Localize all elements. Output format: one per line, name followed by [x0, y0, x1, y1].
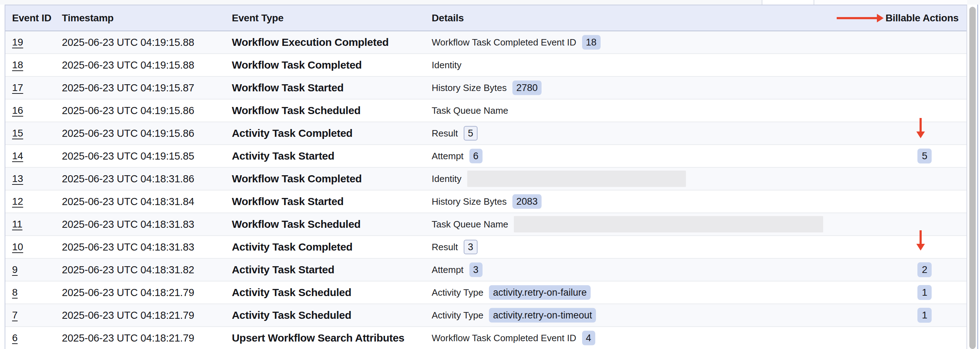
detail-label: Workflow Task Completed Event ID: [432, 37, 576, 48]
event-timestamp: 2025-06-23 UTC 04:19:15.86: [62, 128, 194, 139]
arrow-head: [916, 132, 925, 138]
detail-label: History Size Bytes: [432, 196, 507, 207]
detail-value-chip: 5: [464, 126, 477, 141]
event-id-link[interactable]: 8: [12, 287, 18, 298]
table-body: 19 2025-06-23 UTC 04:19:15.88 Workflow E…: [5, 31, 966, 349]
detail-value-chip: 2083: [512, 194, 542, 209]
detail-label: Workflow Task Completed Event ID: [432, 333, 576, 344]
top-strip-segment: [762, 0, 814, 5]
table-row[interactable]: 9 2025-06-23 UTC 04:18:31.82 Activity Ta…: [5, 259, 966, 281]
billable-actions-cell: 2: [917, 262, 932, 277]
billable-actions-badge: 1: [917, 285, 932, 300]
table-row[interactable]: 7 2025-06-23 UTC 04:18:21.79 Activity Ta…: [5, 304, 966, 327]
event-timestamp: 2025-06-23 UTC 04:18:21.79: [62, 332, 194, 344]
detail-value-chip: 3: [464, 240, 477, 254]
event-timestamp: 2025-06-23 UTC 04:19:15.88: [62, 36, 194, 48]
detail-value-chip: 6: [469, 149, 482, 163]
detail-label: Result: [432, 128, 458, 139]
column-header-event-id[interactable]: Event ID: [12, 13, 51, 24]
event-type: Upsert Workflow Search Attributes: [232, 332, 404, 344]
detail-value-chip: 3: [469, 263, 482, 277]
event-type: Activity Task Started: [232, 150, 334, 162]
detail-label: History Size Bytes: [432, 82, 507, 94]
table-row[interactable]: 13 2025-06-23 UTC 04:18:31.86 Workflow T…: [5, 168, 966, 190]
column-header-timestamp[interactable]: Timestamp: [62, 13, 114, 24]
event-id-link[interactable]: 6: [12, 332, 18, 344]
arrow-head: [916, 244, 925, 251]
event-type: Activity Task Scheduled: [232, 286, 351, 298]
event-id-link[interactable]: 16: [12, 105, 23, 116]
red-arrow-down-icon: [916, 118, 925, 138]
detail-label: Attempt: [432, 265, 464, 275]
event-id-link[interactable]: 14: [12, 150, 23, 162]
event-timestamp: 2025-06-23 UTC 04:18:31.86: [62, 173, 194, 185]
billable-actions-cell: 5: [917, 149, 932, 163]
vertical-scrollbar-thumb[interactable]: [969, 7, 976, 349]
event-details: Result 5: [432, 126, 477, 141]
event-type: Workflow Execution Completed: [232, 36, 389, 48]
event-timestamp: 2025-06-23 UTC 04:19:15.88: [62, 59, 194, 71]
event-details: Attempt 6: [432, 149, 482, 163]
detail-label: Task Queue Name: [432, 105, 508, 116]
event-id-link[interactable]: 9: [12, 264, 18, 275]
event-details: Identity: [432, 171, 686, 187]
table-row[interactable]: 12 2025-06-23 UTC 04:18:31.84 Workflow T…: [5, 190, 966, 213]
event-type: Workflow Task Scheduled: [232, 105, 361, 117]
event-type: Workflow Task Started: [232, 82, 344, 94]
detail-value-chip: 18: [582, 35, 601, 50]
event-id-link[interactable]: 12: [12, 196, 23, 207]
event-details: Activity Type activity.retry-on-timeout: [432, 308, 596, 323]
table-row[interactable]: 18 2025-06-23 UTC 04:19:15.88 Workflow T…: [5, 54, 966, 77]
event-type: Activity Task Started: [232, 264, 334, 276]
event-type: Workflow Task Started: [232, 195, 344, 208]
event-timestamp: 2025-06-23 UTC 04:18:31.83: [62, 219, 194, 230]
event-timestamp: 2025-06-23 UTC 04:18:31.82: [62, 264, 194, 276]
red-arrow-down-icon: [916, 230, 925, 251]
column-header-details: Details: [432, 13, 464, 24]
event-id-link[interactable]: 19: [12, 36, 23, 48]
table-row[interactable]: 15 2025-06-23 UTC 04:19:15.86 Activity T…: [5, 122, 966, 145]
event-timestamp: 2025-06-23 UTC 04:18:21.79: [62, 287, 194, 298]
table-row[interactable]: 11 2025-06-23 UTC 04:18:31.83 Workflow T…: [5, 213, 966, 236]
event-history-screen: Event ID Timestamp Event Type Details Bi…: [0, 0, 980, 349]
event-id-link[interactable]: 7: [12, 309, 18, 321]
event-timestamp: 2025-06-23 UTC 04:19:15.87: [62, 82, 194, 94]
event-details: Task Queue Name: [432, 216, 823, 232]
column-header-event-type[interactable]: Event Type: [232, 13, 283, 24]
table-row[interactable]: 8 2025-06-23 UTC 04:18:21.79 Activity Ta…: [5, 281, 966, 304]
table-row[interactable]: 19 2025-06-23 UTC 04:19:15.88 Workflow E…: [5, 31, 966, 54]
event-id-link[interactable]: 10: [12, 241, 23, 253]
table-row[interactable]: 16 2025-06-23 UTC 04:19:15.86 Workflow T…: [5, 100, 966, 122]
event-type: Activity Task Completed: [232, 241, 352, 253]
event-type: Activity Task Completed: [232, 127, 352, 139]
event-id-link[interactable]: 15: [12, 128, 23, 139]
event-id-link[interactable]: 17: [12, 82, 23, 94]
table-row[interactable]: 6 2025-06-23 UTC 04:18:21.79 Upsert Work…: [5, 327, 966, 349]
event-details: Attempt 3: [432, 263, 482, 277]
event-type: Activity Task Scheduled: [232, 309, 351, 321]
event-type: Workflow Task Completed: [232, 59, 362, 71]
event-timestamp: 2025-06-23 UTC 04:19:15.85: [62, 150, 194, 162]
billable-actions-badge: 1: [917, 308, 932, 323]
detail-value-chip: activity.retry-on-timeout: [489, 308, 596, 323]
table-row[interactable]: 17 2025-06-23 UTC 04:19:15.87 Workflow T…: [5, 77, 966, 100]
event-timestamp: 2025-06-23 UTC 04:18:31.83: [62, 241, 194, 253]
event-id-link[interactable]: 13: [12, 173, 23, 184]
event-history-table: Event ID Timestamp Event Type Details Bi…: [5, 5, 967, 349]
event-details: Identity: [432, 60, 461, 71]
event-type: Workflow Task Scheduled: [232, 218, 361, 230]
red-arrow-right-icon: [837, 14, 884, 22]
event-id-link[interactable]: 18: [12, 59, 23, 71]
detail-value-chip: 2780: [512, 81, 542, 95]
table-row[interactable]: 10 2025-06-23 UTC 04:18:31.83 Activity T…: [5, 236, 966, 259]
arrow-head: [877, 14, 884, 22]
redacted-value: [514, 216, 823, 232]
event-id-link[interactable]: 11: [12, 219, 22, 230]
event-timestamp: 2025-06-23 UTC 04:18:31.84: [62, 196, 194, 208]
event-details: Result 3: [432, 240, 477, 254]
detail-label: Identity: [432, 173, 461, 184]
event-details: History Size Bytes 2083: [432, 194, 542, 209]
table-row[interactable]: 14 2025-06-23 UTC 04:19:15.85 Activity T…: [5, 145, 966, 168]
detail-label: Activity Type: [432, 310, 483, 321]
event-details: Workflow Task Completed Event ID 18: [432, 35, 601, 50]
